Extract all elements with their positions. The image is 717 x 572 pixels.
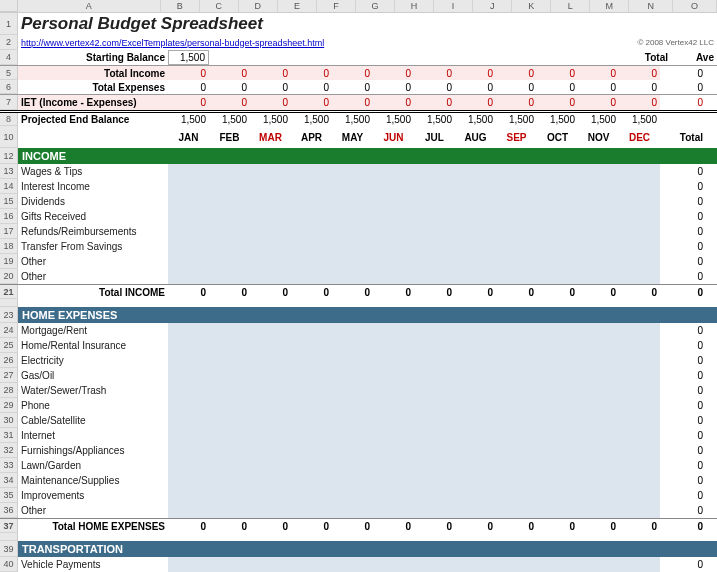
cell[interactable]: 0 <box>168 519 209 533</box>
cell[interactable] <box>578 473 619 488</box>
cell[interactable] <box>537 239 578 254</box>
cell[interactable] <box>250 413 291 428</box>
cell[interactable] <box>373 557 414 572</box>
cell[interactable]: 0 <box>706 413 717 428</box>
cell[interactable]: 0 <box>706 353 717 368</box>
cell[interactable] <box>455 269 496 284</box>
cell[interactable]: 0 <box>706 503 717 518</box>
cell[interactable] <box>496 338 537 353</box>
category-label[interactable]: Other <box>18 503 168 518</box>
cell[interactable] <box>496 239 537 254</box>
cell[interactable] <box>168 557 209 572</box>
cell[interactable] <box>332 269 373 284</box>
cell[interactable]: 0 <box>706 428 717 443</box>
cell[interactable] <box>578 557 619 572</box>
cell[interactable] <box>209 269 250 284</box>
cell[interactable] <box>619 428 660 443</box>
cell[interactable] <box>291 488 332 503</box>
cell[interactable] <box>168 239 209 254</box>
cell[interactable] <box>496 488 537 503</box>
cell[interactable] <box>250 164 291 179</box>
row-header[interactable]: 33 <box>0 458 18 473</box>
row-header[interactable]: 13 <box>0 164 18 179</box>
cell[interactable] <box>332 239 373 254</box>
cell[interactable] <box>373 338 414 353</box>
cell[interactable] <box>414 269 455 284</box>
cell[interactable]: 0 <box>660 209 706 224</box>
cell[interactable] <box>209 413 250 428</box>
cell[interactable] <box>414 254 455 269</box>
cell[interactable] <box>455 473 496 488</box>
category-label[interactable]: Maintenance/Supplies <box>18 473 168 488</box>
cell[interactable]: 0 <box>209 285 250 299</box>
cell[interactable] <box>455 338 496 353</box>
cell[interactable] <box>537 194 578 209</box>
cell[interactable]: 0 <box>660 458 706 473</box>
cell[interactable] <box>414 503 455 518</box>
cell[interactable] <box>537 353 578 368</box>
cell[interactable] <box>537 224 578 239</box>
cell[interactable]: 0 <box>537 285 578 299</box>
cell[interactable] <box>414 338 455 353</box>
cell[interactable] <box>455 458 496 473</box>
cell[interactable] <box>455 179 496 194</box>
category-label[interactable]: Interest Income <box>18 179 168 194</box>
cell[interactable] <box>291 164 332 179</box>
cell[interactable] <box>619 443 660 458</box>
cell[interactable] <box>291 353 332 368</box>
cell[interactable]: 0 <box>660 80 706 94</box>
cell[interactable]: 0 <box>250 285 291 299</box>
cell[interactable]: 0 <box>414 95 455 110</box>
cell[interactable] <box>619 557 660 572</box>
cell[interactable]: 0 <box>373 95 414 110</box>
cell[interactable] <box>619 368 660 383</box>
cell[interactable] <box>373 224 414 239</box>
cell[interactable] <box>332 209 373 224</box>
cell[interactable] <box>537 164 578 179</box>
cell[interactable] <box>209 398 250 413</box>
cell[interactable] <box>537 413 578 428</box>
cell[interactable] <box>414 353 455 368</box>
starting-balance-input[interactable]: 1,500 <box>168 50 209 65</box>
category-label[interactable]: Mortgage/Rent <box>18 323 168 338</box>
cell[interactable] <box>373 179 414 194</box>
cell[interactable] <box>332 488 373 503</box>
cell[interactable]: 0 <box>619 66 660 80</box>
cell[interactable]: 0 <box>209 66 250 80</box>
cell[interactable] <box>291 458 332 473</box>
cell[interactable]: 0 <box>706 239 717 254</box>
cell[interactable] <box>250 428 291 443</box>
cell[interactable] <box>537 254 578 269</box>
cell[interactable]: 0 <box>706 458 717 473</box>
cell[interactable]: 0 <box>578 285 619 299</box>
row-header[interactable]: 24 <box>0 323 18 338</box>
cell[interactable] <box>455 368 496 383</box>
row-header[interactable]: 39 <box>0 541 18 557</box>
cell[interactable]: 0 <box>706 95 717 110</box>
cell[interactable] <box>455 323 496 338</box>
cell[interactable] <box>168 443 209 458</box>
cell[interactable] <box>455 557 496 572</box>
cell[interactable] <box>496 503 537 518</box>
cell[interactable] <box>455 383 496 398</box>
cell[interactable]: 0 <box>660 285 706 299</box>
cell[interactable]: 0 <box>578 519 619 533</box>
row-header[interactable]: 34 <box>0 473 18 488</box>
cell[interactable]: 0 <box>496 80 537 94</box>
cell[interactable] <box>414 194 455 209</box>
cell[interactable] <box>619 194 660 209</box>
cell[interactable]: 0 <box>660 239 706 254</box>
cell[interactable]: 0 <box>455 95 496 110</box>
cell[interactable] <box>496 179 537 194</box>
cell[interactable] <box>537 398 578 413</box>
cell[interactable] <box>332 254 373 269</box>
cell[interactable] <box>496 428 537 443</box>
col-header-L[interactable]: L <box>551 0 590 12</box>
cell[interactable]: 1,500 <box>373 113 414 126</box>
cell[interactable] <box>209 428 250 443</box>
cell[interactable]: 0 <box>414 285 455 299</box>
cell[interactable]: 0 <box>706 194 717 209</box>
cell[interactable] <box>250 254 291 269</box>
category-label[interactable]: Lawn/Garden <box>18 458 168 473</box>
category-label[interactable]: Other <box>18 254 168 269</box>
